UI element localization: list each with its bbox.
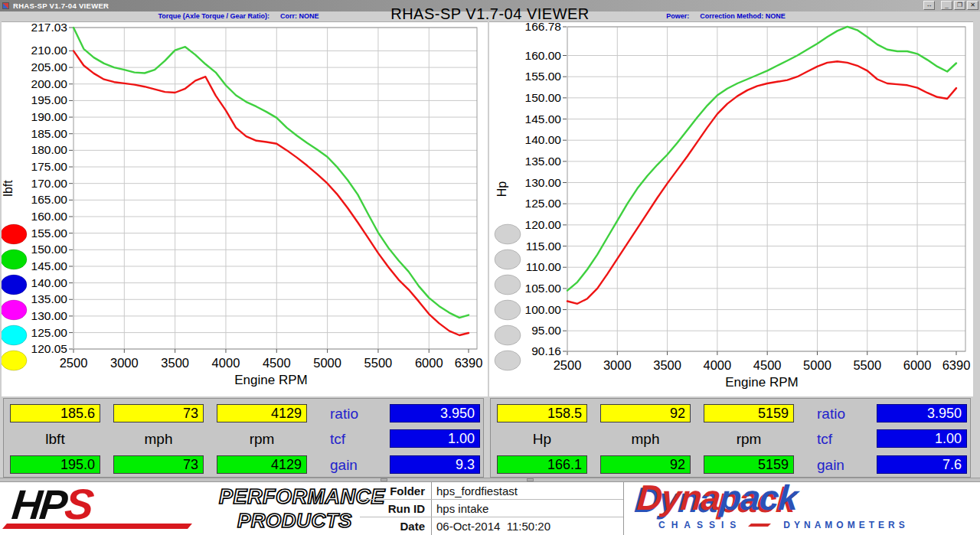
x-tick-label: 6390: [455, 356, 483, 370]
rpm-unit-label: rpm: [704, 431, 794, 448]
y-tick-label: 195.00: [31, 93, 68, 106]
x-tick-label: 2500: [554, 358, 582, 372]
x-tick-label: 6000: [903, 358, 932, 372]
ratio-value: 3.950: [390, 404, 480, 422]
run-legend-swatch-3[interactable]: [2, 275, 27, 295]
date-value: 06-Oct-2014 11:50:20: [431, 517, 623, 535]
green-curve: [567, 27, 956, 291]
y-tick-label: 175.00: [31, 160, 68, 173]
runid-label: Run ID: [360, 500, 431, 517]
y-tick-label: 95.00: [531, 324, 561, 337]
tcf-label: tcf: [330, 431, 387, 448]
dynapack-chassis-text: CHASSIS: [658, 520, 742, 530]
y-tick-label: 166.78: [525, 22, 561, 33]
gain-label: gain: [330, 457, 387, 474]
tcf-value: 1.00: [877, 429, 967, 448]
splitter-nub[interactable]: [381, 478, 387, 481]
y-tick-label: 210.00: [31, 44, 68, 57]
run-legend-swatch-1[interactable]: [2, 224, 27, 244]
y-tick-label: 110.00: [526, 260, 562, 273]
y-tick-label: 130.00: [31, 309, 68, 322]
torque-cursor-rpm: 4129: [217, 404, 307, 422]
dynapack-logo-dyna: Dyna: [635, 478, 721, 517]
y-tick-label: 130.00: [525, 176, 562, 189]
y-tick-label: 160.00: [525, 49, 562, 62]
x-tick-label: 4000: [704, 358, 732, 372]
x-tick-label: 6000: [415, 356, 443, 370]
gain-label: gain: [817, 457, 874, 474]
run-legend-swatch-2[interactable]: [495, 250, 521, 269]
rpm-unit-label: rpm: [217, 431, 307, 448]
y-tick-label: 120.05: [31, 342, 67, 355]
run-legend-swatch-3[interactable]: [495, 275, 521, 295]
run-legend-swatch-6[interactable]: [495, 351, 521, 370]
y-tick-label: 200.00: [31, 77, 68, 90]
date-label: Date: [360, 517, 431, 535]
y-tick-label: 180.00: [31, 143, 68, 156]
x-tick-label: 6390: [942, 358, 971, 372]
y-tick-label: 150.00: [525, 91, 562, 104]
splitter-nub[interactable]: [527, 478, 534, 481]
ratio-value: 3.950: [877, 404, 967, 422]
dynapack-slash: [748, 524, 771, 527]
folder-label: Folder: [360, 482, 431, 499]
power-chart[interactable]: 166.78160.00155.00150.00145.00140.00135.…: [489, 21, 973, 396]
run-legend-swatch-4[interactable]: [495, 300, 521, 320]
x-tick-label: 5500: [853, 358, 881, 372]
y-tick-label: 217.03: [31, 22, 67, 34]
x-tick-label: 5000: [803, 358, 831, 372]
x-tick-label: 5000: [313, 356, 341, 370]
torque-chart-svg: 217.03210.00205.00200.00195.00190.00185.…: [2, 22, 488, 397]
run-legend-swatch-4[interactable]: [2, 300, 27, 320]
y-tick-label: 155.00: [525, 70, 562, 83]
hps-products-text: PRODUCTS: [237, 509, 352, 533]
power-run2-mph: 92: [600, 455, 691, 474]
run-legend-swatch-2[interactable]: [2, 250, 27, 269]
run-legend-swatch-5[interactable]: [2, 325, 27, 345]
y-axis-title: Hp: [495, 181, 508, 197]
torque-unit-label: lbft: [10, 431, 100, 448]
y-tick-label: 100.00: [525, 303, 562, 316]
tcf-label: tcf: [817, 431, 874, 448]
ratio-label: ratio: [817, 406, 874, 422]
x-tick-label: 2500: [60, 356, 88, 370]
mph-unit-label: mph: [600, 431, 691, 448]
x-axis-title: Engine RPM: [234, 373, 307, 387]
x-tick-label: 4000: [212, 356, 240, 370]
hps-logo-hp: HP: [10, 481, 67, 527]
run-legend-swatch-6[interactable]: [2, 351, 27, 370]
x-tick-label: 4500: [753, 358, 782, 372]
x-tick-label: 3500: [161, 356, 189, 370]
power-run2-rpm: 5159: [704, 455, 794, 474]
power-cursor-rpm: 5159: [704, 404, 794, 422]
torque-run2-value: 195.0: [10, 455, 100, 474]
torque-chart[interactable]: 217.03210.00205.00200.00195.00190.00185.…: [2, 21, 488, 396]
y-tick-label: 155.00: [31, 227, 68, 240]
mph-unit-label: mph: [113, 431, 204, 448]
power-chart-svg: 166.78160.00155.00150.00145.00140.00135.…: [489, 22, 973, 397]
y-tick-label: 145.00: [525, 113, 562, 126]
x-axis-title: Engine RPM: [725, 375, 798, 390]
gain-value: 7.6: [877, 455, 967, 474]
torque-run2-rpm: 4129: [217, 455, 307, 474]
runid-value: hps intake: [431, 500, 623, 517]
y-tick-label: 115.00: [526, 240, 562, 253]
gain-value: 9.3: [390, 455, 480, 474]
power-cursor-value: 158.5: [497, 404, 587, 422]
table-row: Run ID hps intake: [360, 500, 623, 517]
hps-logo-swoosh: [2, 524, 192, 529]
green-curve: [74, 28, 469, 318]
run-legend-swatch-1[interactable]: [495, 224, 521, 244]
y-tick-label: 190.00: [31, 110, 68, 123]
y-tick-label: 205.00: [31, 60, 68, 73]
red-curve: [74, 51, 469, 335]
dynapack-logo-pack: pack: [719, 478, 799, 517]
y-tick-label: 125.00: [525, 197, 562, 210]
y-axis-title: lbft: [2, 180, 15, 197]
torque-cursor-mph: 73: [113, 404, 204, 422]
run-legend-swatch-5[interactable]: [495, 325, 521, 345]
tcf-value: 1.00: [390, 429, 480, 448]
power-cursor-mph: 92: [600, 404, 691, 422]
y-tick-label: 105.00: [525, 282, 562, 295]
y-tick-label: 125.00: [31, 326, 68, 339]
